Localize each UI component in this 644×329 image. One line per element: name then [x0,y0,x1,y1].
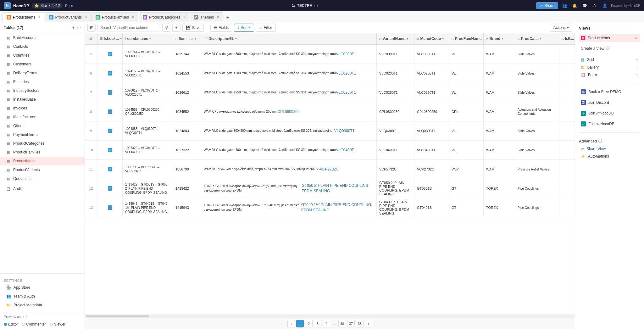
sidebar-item-installedbase[interactable]: ▦ InstalledBase [0,95,85,104]
preview-viewer[interactable]: Viewer [50,322,65,326]
add-form-icon[interactable]: + [636,73,638,77]
h-scrollbar-thumb[interactable] [86,315,149,317]
promo-follownocodb[interactable]: 🐦 Follow NocoDB [579,120,640,128]
fields-button[interactable]: ☰ Fields [210,24,232,32]
desc-link[interactable]: CPL0800250 [278,109,300,114]
tab-close-productfamilies[interactable]: × [132,15,134,19]
tab-themes[interactable]: ⚙ Themes × [190,12,223,22]
cell-islock[interactable]: ✓ [97,160,123,179]
tab-productfamilies[interactable]: ▦ ProductFamilies × [92,12,138,22]
view-item-productitems[interactable]: ▦ ProductItems ✓ [579,34,640,42]
user-avatar[interactable]: 👤 [601,2,608,9]
sidebar-item-offers[interactable]: ▦ Offers [0,121,85,130]
share-view-button[interactable]: ↗ Share View [579,145,640,153]
page-btn-4[interactable]: 4 [323,320,330,327]
share-button[interactable]: ↗ Share [536,2,558,9]
search-table-icon[interactable]: ⋯ [77,25,81,30]
cell-islock[interactable]: ✓ [97,121,123,140]
cell-islock[interactable]: ✓ [97,198,123,217]
cell-islock[interactable]: ✓ [97,102,123,121]
tab-close-themes[interactable]: × [217,15,219,19]
col-header-variantname[interactable]: A VariantName ▾ [377,33,414,44]
translate-icon[interactable]: A [591,2,598,9]
promo-bookdemo[interactable]: 🎯 Book a Free DEMO [579,88,640,96]
cell-islock[interactable]: ✓ [97,141,123,159]
prev-page-button[interactable]: ‹ [287,320,295,327]
page-btn-1[interactable]: 1 [296,320,304,327]
sidebar-item-audit[interactable]: 📋 Audit [0,184,85,193]
reload-button[interactable]: ↺ [162,24,170,32]
desc-link[interactable]: VCP2732C [320,167,339,172]
col-header-desc[interactable]: 📄 DescriptionEL ▾ [201,33,377,44]
tab-productitems[interactable]: ▦ ProductItems × [3,12,44,22]
sort-button[interactable]: ↕ Sort ● [234,24,254,32]
next-page-button[interactable]: › [365,320,372,327]
desc-link[interactable]: VLC0300T1 [336,52,356,57]
sidebar-item-teamauth[interactable]: 👥 Team & Auth [0,292,85,301]
tab-close-productcategories[interactable]: × [183,15,185,19]
save-button[interactable]: 💾 Save [182,24,204,32]
desc-link[interactable]: VLC0250T1 [336,90,356,95]
h-scrollbar[interactable] [85,315,575,318]
star-badge[interactable]: ⭐ Star 32,412 [32,3,63,8]
sidebar-item-factories[interactable]: ▦ Factories [0,77,85,86]
page-btn-36[interactable]: 36 [338,320,346,327]
automations-button[interactable]: ⚡ Automations [579,153,640,160]
page-btn-3[interactable]: 3 [314,320,321,327]
sidebar-item-countries[interactable]: ▦ Countries [0,51,85,60]
sidebar-item-paymentterms[interactable]: ▦ PaymentTerms [0,130,85,139]
col-header-prodcat[interactable]: A ProdCat... ▾ [515,33,559,44]
cell-islock[interactable]: ✓ [97,83,123,102]
tab-close-productitems[interactable]: × [38,15,40,19]
col-header-item[interactable]: A Item... ⤢ ▾ [173,33,201,44]
col-header-combiname[interactable]: / combiname ▾ [123,33,173,44]
sidebar-item-projectmeta[interactable]: 📁 Project Metadata [0,301,85,309]
bell-icon[interactable]: 🔔 [571,2,578,9]
desc-link[interactable]: VLC0200T1 [336,71,356,76]
sidebar-item-customers[interactable]: ▦ Customers [0,60,85,69]
tab-close-productvariants[interactable]: × [85,15,87,19]
sidebar-item-manufacturers[interactable]: ▦ Manufacturers [0,113,85,121]
add-grid-icon[interactable]: + [636,58,638,62]
desc-link[interactable]: GT050 2' PLAIN PIPE END COUPLING, EPDM S… [302,183,374,194]
sidebar-item-productfamilies[interactable]: ▦ ProductFamilies [0,148,85,157]
view-type-grid[interactable]: ▦ Grid + [579,56,640,64]
col-header-prodfamname[interactable]: A ProdFamName ▾ [449,33,484,44]
preview-commenter[interactable]: Commenter [22,322,46,326]
sidebar-item-productcategories[interactable]: ▦ ProductCategories [0,139,85,148]
preview-editor[interactable]: Editor [4,322,18,326]
users-icon[interactable]: 👥 [561,2,568,9]
promo-joinnocodb[interactable]: 🔗 Join /r/NocoDB [579,109,640,117]
sidebar-item-contacts[interactable]: ▦ Contacts [0,42,85,51]
col-header-manufcode[interactable]: A ManufCode ▾ [414,33,449,44]
page-btn-37[interactable]: 37 [347,320,355,327]
desc-link[interactable]: VLC0400T1 [336,148,356,153]
add-table-icon[interactable]: + [72,25,75,30]
sidebar-item-invoices[interactable]: ▦ Invoices [0,104,85,113]
desc-link[interactable]: GT040 1½' PLAIN PIPE END COUPLING, EPDM … [301,202,374,213]
filter-button[interactable]: ⊿ Filter [256,24,276,32]
sidebar-item-industrysectors[interactable]: ▦ IndustrySectors [0,86,85,95]
desc-link[interactable]: VLQ0300T1 [334,128,355,134]
add-tab-button[interactable]: + [224,14,232,22]
col-header-brand[interactable]: A Brand ▾ [484,33,515,44]
search-input[interactable] [97,24,160,31]
sidebar-item-bankaccounts[interactable]: ▦ BankAccounts [0,33,85,42]
sidebar-item-productvariants[interactable]: ▦ ProductVariants [0,165,85,174]
docs-link[interactable]: Docs [65,4,73,8]
chat-icon[interactable]: 💬 [581,2,588,9]
sidebar-item-quotations[interactable]: ▦ Quotations [0,174,85,183]
col-header-islock[interactable]: ☑ IsLock... ▾ [97,33,123,44]
cell-islock[interactable]: ✓ [97,64,123,83]
sidebar-item-productitems[interactable]: ▦ ProductItems [0,157,85,165]
sidebar-item-deliveryterms[interactable]: ▦ DeliveryTerms [0,69,85,77]
view-type-form[interactable]: 📋 Form + [579,71,640,79]
sidebar-item-appstore[interactable]: 🏪 App Store [0,283,85,292]
tab-productcategories[interactable]: ▦ ProductCategories × [139,12,189,22]
view-type-gallery[interactable]: ▨ Gallery + [579,64,640,71]
actions-button[interactable]: Actions ▾ [550,24,572,32]
page-btn-38[interactable]: 38 [356,320,364,327]
col-header-isb[interactable]: A IsB... [559,33,575,44]
cell-islock[interactable]: ✓ [97,45,123,64]
tab-productvariants[interactable]: ▦ ProductVariants × [45,12,91,22]
